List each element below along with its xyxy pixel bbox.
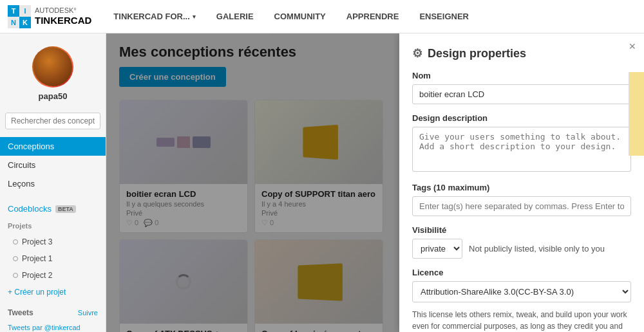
- logo[interactable]: T I N K AUTODESK° TINKERCAD: [8, 5, 91, 28]
- projects-section: Projets Project 3 Project 1 Project 2 + …: [0, 218, 106, 300]
- project-2-label: Project 2: [22, 271, 52, 280]
- sidebar: papa50 Conceptions Circuits Leçons Codeb…: [0, 33, 106, 332]
- tweets-label: Tweets: [8, 308, 33, 317]
- avatar[interactable]: [32, 46, 73, 88]
- nav-links: TINKERCAD FOR...▾ GALERIE COMMUNITY APPR…: [103, 0, 479, 33]
- search-input[interactable]: [5, 113, 100, 129]
- tweets-section: Tweets Suivre: [0, 304, 106, 321]
- modal-title: ⚙ Design properties: [412, 46, 631, 60]
- nav-tinkercad-for[interactable]: TINKERCAD FOR...▾: [103, 0, 205, 33]
- projects-label: Projets: [0, 218, 106, 234]
- project-item-3[interactable]: Project 3: [0, 234, 106, 250]
- navbar: T I N K AUTODESK° TINKERCAD TINKERCAD FO…: [0, 0, 644, 33]
- desc-textarea[interactable]: [412, 127, 631, 172]
- project-dot-icon: [13, 273, 18, 278]
- project-item-1[interactable]: Project 1: [0, 250, 106, 267]
- modal-overlay: ✕ ⚙ Design properties Nom Design descrip…: [106, 33, 644, 332]
- codeblocks-label: Codeblocks: [8, 204, 52, 214]
- visibility-select[interactable]: private: [412, 239, 462, 259]
- license-select[interactable]: Attribution-ShareAlike 3.0(CC-BY-SA 3.0): [412, 281, 631, 302]
- sidebar-nav: Conceptions Circuits Leçons: [0, 137, 106, 193]
- logo-cell-2: I: [19, 5, 31, 17]
- partial-card-right: [629, 72, 644, 156]
- nav-enseigner[interactable]: ENSEIGNER: [409, 0, 479, 33]
- tweets-feed-link[interactable]: Tweets par @tinkercad: [0, 321, 106, 332]
- logo-cell-4: K: [19, 17, 31, 28]
- visibility-row: private Not publicly listed, visible onl…: [412, 239, 631, 259]
- content-area: Mes conceptions récentes Créer une conce…: [106, 33, 644, 332]
- license-description: This license lets others remix, tweak, a…: [412, 309, 631, 332]
- visibility-description: Not publicly listed, visible only to you: [469, 244, 605, 254]
- nav-galerie[interactable]: GALERIE: [206, 0, 264, 33]
- sidebar-item-conceptions[interactable]: Conceptions: [0, 137, 106, 156]
- project-item-2[interactable]: Project 2: [0, 267, 106, 284]
- logo-box: T I N K: [8, 5, 31, 28]
- chevron-down-icon: ▾: [193, 14, 196, 20]
- gear-icon: ⚙: [412, 46, 422, 60]
- main-layout: papa50 Conceptions Circuits Leçons Codeb…: [0, 33, 644, 332]
- logo-autodesk: AUTODESK°: [35, 6, 77, 14]
- sidebar-item-lecons[interactable]: Leçons: [0, 174, 106, 193]
- nom-label: Nom: [412, 71, 631, 80]
- avatar-image: [33, 48, 72, 86]
- logo-tinkercad: TINKERCAD: [35, 15, 91, 26]
- tags-input[interactable]: [412, 196, 631, 216]
- create-project-button[interactable]: + Créer un projet: [0, 284, 106, 300]
- nav-apprendre[interactable]: APPRENDRE: [336, 0, 410, 33]
- project-1-label: Project 1: [22, 254, 52, 263]
- tags-label: Tags (10 maximum): [412, 183, 631, 192]
- logo-cell-1: T: [8, 5, 19, 17]
- suivre-button[interactable]: Suivre: [78, 309, 98, 317]
- project-3-label: Project 3: [22, 237, 52, 246]
- design-properties-modal: ✕ ⚙ Design properties Nom Design descrip…: [399, 33, 644, 332]
- logo-cell-3: N: [8, 17, 19, 28]
- visibility-label: Visibilité: [412, 225, 631, 235]
- nav-community[interactable]: COMMUNITY: [264, 0, 336, 33]
- desc-label: Design description: [412, 113, 631, 123]
- sidebar-item-circuits[interactable]: Circuits: [0, 156, 106, 174]
- sidebar-codeblocks-section: Codeblocks BETA: [0, 199, 106, 218]
- license-label: Licence: [412, 268, 631, 277]
- beta-badge: BETA: [55, 205, 76, 213]
- project-dot-icon: [13, 239, 18, 244]
- project-dot-icon: [13, 256, 18, 261]
- username-label: papa50: [39, 91, 68, 101]
- sidebar-item-codeblocks[interactable]: Codeblocks BETA: [0, 199, 106, 218]
- avatar-section: papa50: [0, 40, 106, 107]
- nom-input[interactable]: [412, 84, 631, 104]
- modal-close-button[interactable]: ✕: [629, 41, 636, 51]
- logo-text: AUTODESK° TINKERCAD: [35, 6, 91, 26]
